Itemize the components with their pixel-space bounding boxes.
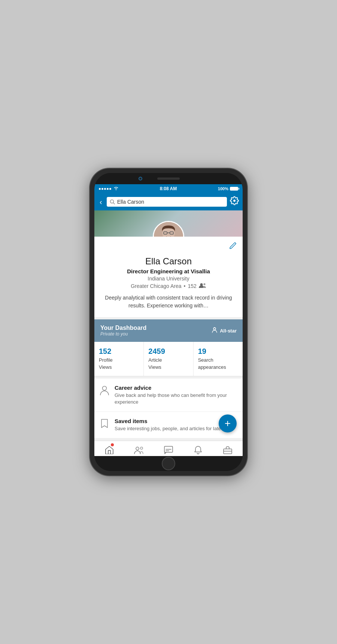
phone-bottom (94, 456, 243, 471)
nav-network[interactable]: My Network (124, 441, 154, 456)
stat-label-article: ArticleViews (148, 357, 162, 370)
saved-items-content: Saved items Save interesting jobs, peopl… (115, 418, 226, 432)
battery-percent: 100% (218, 186, 228, 191)
phone-frame: 8:08 AM 100% ‹ Ella Carson (90, 168, 247, 476)
nav-home-label: Home (104, 456, 114, 456)
star-icon (211, 326, 218, 335)
status-left (99, 186, 119, 191)
stat-number-article: 2459 (148, 347, 188, 356)
saved-items-title: Saved items (115, 418, 226, 424)
dashboard-header: Your Dashboard Private to you All-star (94, 319, 243, 342)
nav-jobs[interactable]: Jobs (213, 441, 243, 456)
career-icon-svg (100, 385, 109, 396)
profile-bio: Deeply analytical with consistent track … (102, 294, 235, 310)
wifi-icon (113, 186, 119, 191)
career-advice-title: Career advice (115, 385, 237, 391)
profile-title: Director Engineering at Visallia (102, 268, 235, 274)
battery-icon (230, 187, 238, 191)
profile-name: Ella Carson (102, 256, 235, 267)
gear-icon (230, 196, 239, 205)
phone-inner: 8:08 AM 100% ‹ Ella Carson (94, 173, 243, 471)
profile-card: Ella Carson Director Engineering at Visa… (94, 237, 243, 317)
nav-jobs-label: Jobs (224, 456, 232, 456)
jobs-icon (223, 446, 232, 454)
dashboard-subtitle: Private to you (100, 331, 146, 337)
stat-article-views[interactable]: 2459 ArticleViews (144, 342, 193, 376)
location-separator: • (184, 283, 186, 289)
fab-button[interactable]: + (219, 414, 237, 432)
profile-school: Indiana University (102, 276, 235, 282)
people-icon (199, 283, 206, 288)
status-right: 100% (218, 186, 238, 191)
settings-button[interactable] (230, 196, 239, 207)
home-icon (105, 446, 114, 454)
signal-dots (99, 188, 111, 190)
bookmark-svg (101, 419, 108, 428)
nav-messages-label: Messages (160, 456, 177, 456)
search-icon (110, 199, 115, 204)
star-svg (211, 326, 218, 333)
bookmark-icon (100, 419, 109, 431)
stat-number-profile: 152 (99, 347, 139, 356)
dashboard-title: Your Dashboard (100, 325, 146, 331)
nav-notifications[interactable]: Notifications (183, 441, 213, 456)
dashboard-title-wrap: Your Dashboard Private to you (100, 325, 146, 337)
stat-profile-views[interactable]: 152 ProfileViews (94, 342, 144, 376)
nav-home[interactable]: Home (94, 441, 124, 456)
home-badge (111, 443, 114, 446)
status-time: 8:08 AM (160, 186, 177, 191)
stat-search-appearances[interactable]: 19 Searchappearances (194, 342, 243, 376)
svg-point-11 (136, 447, 139, 450)
nav-messages[interactable]: Messages (154, 441, 183, 456)
stats-row: 152 ProfileViews 2459 ArticleViews 19 Se… (94, 342, 243, 376)
connections-icon (199, 283, 206, 289)
bell-icon (194, 446, 202, 455)
profile-cover (94, 210, 243, 237)
career-advice-content: Career advice Give back and help those w… (115, 385, 237, 405)
search-input[interactable]: Ella Carson (117, 199, 144, 205)
home-button[interactable] (162, 457, 175, 470)
nav-network-label: My Network (129, 456, 149, 456)
pencil-icon (229, 242, 237, 249)
stat-label-profile: ProfileViews (99, 357, 113, 370)
allstar-badge: All-star (211, 326, 237, 335)
status-bar: 8:08 AM 100% (94, 184, 243, 193)
bottom-nav: Home My Network (94, 441, 243, 456)
menu-card: Career advice Give back and help those w… (94, 379, 243, 439)
battery-fill (230, 187, 238, 190)
career-advice-item[interactable]: Career advice Give back and help those w… (94, 379, 243, 412)
saved-items-desc: Save interesting jobs, people, and artic… (115, 425, 226, 432)
phone-top-bar (94, 173, 243, 184)
stat-label-search: Searchappearances (198, 357, 226, 370)
allstar-label: All-star (220, 328, 237, 334)
screen: 8:08 AM 100% ‹ Ella Carson (94, 184, 243, 456)
svg-point-10 (103, 386, 107, 390)
career-advice-desc: Give back and help those who can benefit… (115, 392, 237, 405)
search-input-wrap[interactable]: Ella Carson (107, 197, 227, 207)
profile-location: Greater Chicago Area • 152 (102, 283, 235, 289)
messages-icon (164, 446, 173, 454)
edit-button[interactable] (229, 242, 237, 251)
svg-point-8 (203, 283, 205, 285)
speaker (157, 177, 180, 180)
back-button[interactable]: ‹ (98, 198, 104, 206)
network-icon (134, 446, 144, 454)
stat-number-search: 19 (198, 347, 238, 356)
camera (139, 177, 142, 180)
fab-icon: + (225, 417, 231, 429)
location-text: Greater Chicago Area (131, 283, 181, 289)
search-bar: ‹ Ella Carson (94, 193, 243, 210)
connections-count: 152 (188, 283, 196, 289)
person-icon (100, 385, 109, 398)
svg-point-12 (140, 447, 143, 449)
svg-line-1 (113, 203, 115, 204)
